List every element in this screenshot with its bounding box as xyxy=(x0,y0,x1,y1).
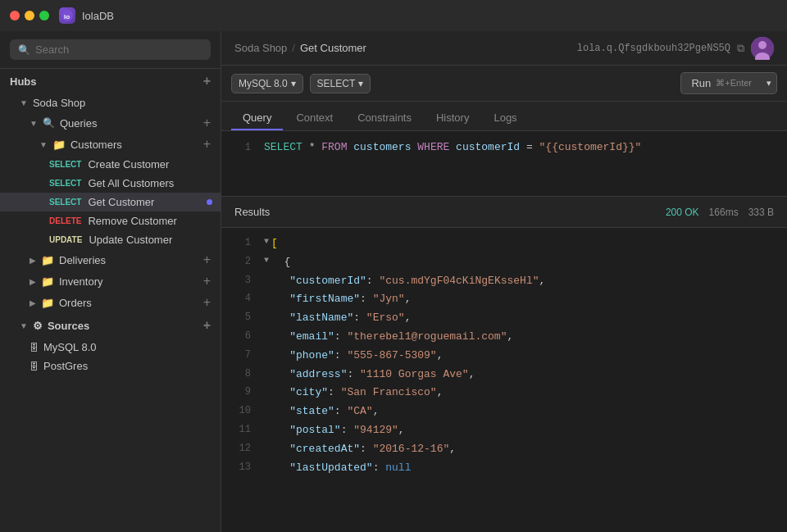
db-selector-label: MySQL 8.0 xyxy=(239,78,288,89)
folder-icon: 📁 xyxy=(41,297,54,309)
json-line-3: 3 "customerId": "cus.mdYgF04cKiNgEKsseHl… xyxy=(221,272,787,291)
main-layout: 🔍 Hubs + ▼ Soda Shop ▼ 🔍 Queries xyxy=(0,31,787,532)
inventory-label: Inventory xyxy=(59,275,102,288)
add-deliveries-button[interactable]: + xyxy=(203,252,211,267)
customers-folder[interactable]: ▼ 📁 Customers + xyxy=(0,134,221,155)
kw-field: customerId xyxy=(456,141,526,153)
results-header: Results 200 OK 166ms 333 B xyxy=(221,197,787,228)
maximize-button[interactable] xyxy=(39,11,49,20)
json-line-7: 7 "phone": "555-867-5309", xyxy=(221,347,787,366)
app-logo: lo xyxy=(59,7,75,24)
tab-query[interactable]: Query xyxy=(231,107,283,130)
chevron-right-icon: ▶ xyxy=(30,298,36,307)
search-icon: 🔍 xyxy=(18,44,30,56)
add-query-button[interactable]: + xyxy=(203,116,211,130)
json-line-4: 4 "firstName": "Jyn", xyxy=(221,290,787,309)
toolbar: MySQL 8.0 ▾ SELECT ▾ Run ⌘+Enter ▾ xyxy=(221,66,787,102)
run-dropdown-button[interactable]: ▾ xyxy=(762,72,777,94)
customers-label: Customers xyxy=(71,139,122,151)
create-customer-label: Create Customer xyxy=(88,158,169,171)
orders-item[interactable]: ▶ 📁 Orders + xyxy=(0,292,221,313)
update-customer-label: Update Customer xyxy=(89,234,172,246)
orders-label: Orders xyxy=(59,297,92,309)
close-button[interactable] xyxy=(10,11,20,20)
sources-label: Sources xyxy=(48,320,89,332)
json-line-12: 12 "createdAt": "2016-12-16", xyxy=(221,440,787,459)
mysql-item[interactable]: 🗄 MySQL 8.0 xyxy=(0,338,221,357)
select-badge: SELECT xyxy=(49,160,81,169)
remove-customer-item[interactable]: DELETE Remove Customer xyxy=(0,211,221,230)
deliveries-label: Deliveries xyxy=(59,254,106,266)
avatar xyxy=(751,37,774,60)
tabs-bar: Query Context Constraints History Logs xyxy=(221,102,787,131)
content-header: Soda Shop / Get Customer lola.q.Qfsgdkbo… xyxy=(221,31,787,66)
method-selector[interactable]: SELECT ▾ xyxy=(310,74,371,93)
json-line-1: 1 ▼ [ xyxy=(221,234,787,253)
sources-icon: ⚙ xyxy=(33,320,43,332)
json-line-10: 10 "state": "CA", xyxy=(221,402,787,421)
kw-select: SELECT xyxy=(264,141,303,153)
json-line-5: 5 "lastName": "Erso", xyxy=(221,309,787,328)
postgres-label: PostGres xyxy=(43,360,88,372)
breadcrumb-separator: / xyxy=(292,42,295,54)
minimize-button[interactable] xyxy=(25,11,34,20)
queries-item[interactable]: ▼ 🔍 Queries + xyxy=(0,112,221,134)
query-editor[interactable]: 1 SELECT * FROM customers WHERE customer… xyxy=(221,131,787,197)
sidebar-tree: Hubs + ▼ Soda Shop ▼ 🔍 Queries + ▼ 📁 Cus… xyxy=(0,69,221,532)
queries-folder-icon: 🔍 xyxy=(43,117,55,129)
tab-context[interactable]: Context xyxy=(284,107,344,130)
add-inventory-button[interactable]: + xyxy=(203,274,211,289)
sidebar: 🔍 Hubs + ▼ Soda Shop ▼ 🔍 Queries xyxy=(0,31,221,532)
sources-item[interactable]: ▼ ⚙ Sources + xyxy=(0,313,221,338)
hubs-header[interactable]: Hubs + xyxy=(0,69,221,93)
content-area: Soda Shop / Get Customer lola.q.Qfsgdkbo… xyxy=(221,31,787,532)
db-icon: 🗄 xyxy=(30,343,39,352)
inventory-item[interactable]: ▶ 📁 Inventory + xyxy=(0,271,221,292)
run-button[interactable]: Run ⌘+Enter xyxy=(680,72,762,94)
method-selector-label: SELECT xyxy=(317,78,356,89)
create-customer-item[interactable]: SELECT Create Customer xyxy=(0,155,221,174)
query-code: SELECT * FROM customers WHERE customerId… xyxy=(264,141,641,153)
remove-customer-label: Remove Customer xyxy=(88,215,176,227)
deliveries-item[interactable]: ▶ 📁 Deliveries + xyxy=(0,249,221,271)
line-number: 1 xyxy=(231,142,251,153)
svg-point-3 xyxy=(758,41,767,49)
response-time: 166ms xyxy=(709,207,739,218)
tab-logs[interactable]: Logs xyxy=(482,107,528,130)
db-selector[interactable]: MySQL 8.0 ▾ xyxy=(231,74,303,93)
db-icon: 🗄 xyxy=(30,361,39,371)
kw-table: customers xyxy=(353,141,417,153)
add-customer-query-button[interactable]: + xyxy=(203,137,211,152)
response-size: 333 B xyxy=(748,207,774,218)
kw-from: FROM xyxy=(321,141,347,153)
tab-history[interactable]: History xyxy=(425,107,480,130)
copy-id-button[interactable]: ⧉ xyxy=(737,42,744,55)
avatar-image xyxy=(751,37,774,60)
folder-icon: 📁 xyxy=(52,139,66,151)
search-input-wrap[interactable]: 🔍 xyxy=(10,39,211,60)
query-id: lola.q.Qfsgdkbouh32PgeNS5Q xyxy=(577,43,730,54)
soda-shop-item[interactable]: ▼ Soda Shop xyxy=(0,93,221,112)
chevron-down-icon: ▾ xyxy=(291,78,296,89)
header-right: lola.q.Qfsgdkbouh32PgeNS5Q ⧉ xyxy=(577,37,774,60)
soda-shop-label: Soda Shop xyxy=(33,97,85,109)
search-input[interactable] xyxy=(35,43,202,56)
search-bar: 🔍 xyxy=(0,31,221,69)
get-customer-item[interactable]: SELECT Get Customer xyxy=(0,193,221,211)
json-output: 1 ▼ [ 2 ▼ { 3 "customerId": "cus.mdYgF04… xyxy=(221,228,787,532)
results-meta: 200 OK 166ms 333 B xyxy=(666,207,774,218)
titlebar: lo IolaDB xyxy=(0,0,787,31)
tab-constraints[interactable]: Constraints xyxy=(346,107,423,130)
postgres-item[interactable]: 🗄 PostGres xyxy=(0,357,221,375)
add-hub-button[interactable]: + xyxy=(203,74,211,89)
add-orders-button[interactable]: + xyxy=(203,295,211,310)
json-line-11: 11 "postal": "94129", xyxy=(221,421,787,440)
get-all-customers-item[interactable]: SELECT Get All Customers xyxy=(0,174,221,193)
add-source-button[interactable]: + xyxy=(203,318,211,333)
kw-eq: = xyxy=(526,141,539,153)
app-title: lo IolaDB xyxy=(59,7,114,24)
update-customer-item[interactable]: UPDATE Update Customer xyxy=(0,230,221,249)
chevron-down-icon: ▼ xyxy=(30,119,38,128)
breadcrumb-current: Get Customer xyxy=(300,42,366,54)
mysql-label: MySQL 8.0 xyxy=(43,341,97,353)
